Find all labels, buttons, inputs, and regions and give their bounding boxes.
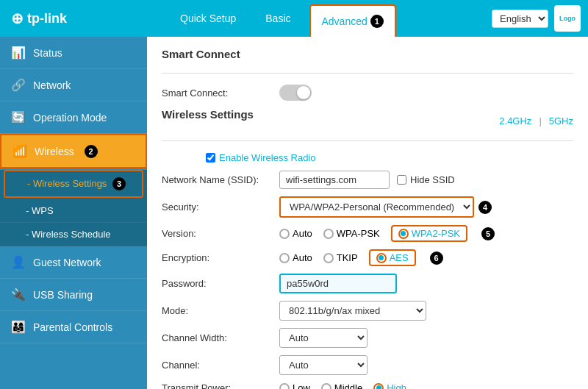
wireless-settings-header: Wireless Settings 2.4GHz | 5GHz (162, 108, 573, 133)
encryption-label: Encryption: (162, 252, 279, 263)
usb-sharing-icon: 🔌 (11, 288, 26, 301)
password-input[interactable] (279, 274, 397, 293)
transmit-low[interactable]: Low (279, 382, 310, 389)
sidebar-label-wireless: Wireless (35, 146, 74, 157)
badge-5: 5 (481, 227, 495, 240)
logo-area: ⊕ tp-link (7, 0, 154, 37)
tab-quick-setup[interactable]: Quick Setup (169, 0, 247, 37)
divider-2 (162, 140, 573, 141)
sidebar-item-usb-sharing[interactable]: 🔌 USB Sharing (0, 279, 147, 311)
version-row: Version: Auto WPA-PSK (162, 225, 573, 242)
transmit-middle[interactable]: Middle (321, 382, 362, 389)
badge-4: 4 (478, 201, 492, 214)
channel-select[interactable]: Auto (279, 355, 368, 375)
encryption-aes-inner (379, 255, 384, 260)
smart-connect-label: Smart Connect: (162, 88, 279, 99)
channel-label: Channel: (162, 360, 279, 371)
hide-ssid-option: Hide SSID (397, 174, 455, 185)
encryption-radio-group: Auto TKIP AES 6 (279, 249, 443, 266)
channel-width-label: Channel Width: (162, 332, 279, 343)
wireless-settings-section: Wireless Settings 2.4GHz | 5GHz Enable W… (162, 108, 573, 389)
freq-separator: | (539, 115, 541, 126)
operation-mode-icon: 🔄 (11, 110, 26, 124)
sidebar-sub-item-wireless-schedule[interactable]: - Wireless Schedule (0, 223, 147, 246)
transmit-low-circle (279, 383, 290, 390)
badge-6: 6 (430, 251, 443, 265)
transmit-high-inner (376, 385, 381, 389)
smart-connect-title: Smart Connect (162, 48, 573, 64)
wireless-icon: 📶 (12, 144, 27, 158)
version-label: Version: (162, 228, 279, 239)
encryption-tkip[interactable]: TKIP (323, 252, 358, 263)
logo-button[interactable]: Logo (554, 5, 581, 32)
smart-connect-toggle[interactable] (279, 85, 312, 101)
header-right: English Logo (492, 5, 581, 32)
version-wpa2-psk-bordered: WPA2-PSK (391, 225, 467, 242)
sidebar-item-operation-mode[interactable]: 🔄 Operation Mode (0, 101, 147, 134)
language-select[interactable]: English (492, 10, 548, 28)
toggle-knob (297, 86, 310, 99)
mode-row: Mode: 802.11b/g/n/ax mixed (162, 301, 573, 321)
header: ⊕ tp-link Quick Setup Basic Advanced 1 E… (0, 0, 588, 37)
sidebar-label-status: Status (33, 47, 62, 59)
version-wpa2-psk[interactable]: WPA2-PSK (398, 228, 460, 239)
sidebar-label-network: Network (33, 79, 71, 91)
smart-connect-row: Smart Connect: (162, 85, 573, 101)
encryption-row: Encryption: Auto TKIP (162, 249, 573, 266)
enable-radio-checkbox[interactable] (206, 153, 215, 163)
version-auto-circle (279, 229, 290, 239)
version-radio-group: Auto WPA-PSK WPA2-PSK 5 (279, 225, 495, 242)
parental-controls-icon: 👨‍👩‍👧 (11, 320, 26, 334)
security-label: Security: (162, 201, 279, 213)
encryption-tkip-circle (323, 253, 334, 263)
sidebar-item-parental-controls[interactable]: 👨‍👩‍👧 Parental Controls (0, 311, 147, 343)
enable-radio-label: Enable Wireless Radio (219, 152, 316, 163)
version-wpa-psk[interactable]: WPA-PSK (323, 228, 380, 239)
sidebar-sub-wireless: - Wireless Settings 3 - WPS - Wireless S… (0, 170, 147, 246)
mode-select[interactable]: 802.11b/g/n/ax mixed (279, 301, 426, 321)
sidebar-item-network[interactable]: 🔗 Network (0, 69, 147, 101)
mode-label: Mode: (162, 305, 279, 316)
enable-radio-row: Enable Wireless Radio (162, 152, 573, 163)
password-label: Password: (162, 278, 279, 289)
wireless-settings-title: Wireless Settings (162, 108, 254, 124)
nav-tabs: Quick Setup Basic Advanced 1 (154, 0, 492, 37)
badge-3: 3 (112, 177, 126, 190)
encryption-aes[interactable]: AES (376, 252, 409, 263)
divider-1 (162, 73, 573, 74)
version-wpa2-psk-circle (398, 229, 409, 239)
transmit-power-label: Transmit Power: (162, 382, 279, 389)
network-name-input[interactable] (279, 171, 390, 189)
brand-logo: ⊕ tp-link (11, 10, 67, 27)
freq-2-4ghz[interactable]: 2.4GHz (499, 115, 531, 126)
guest-network-icon: 👤 (11, 255, 26, 269)
sidebar-label-usb-sharing: USB Sharing (33, 289, 93, 301)
freq-5ghz[interactable]: 5GHz (549, 115, 573, 126)
logo-arrow-icon: ⊕ (11, 10, 24, 27)
version-auto[interactable]: Auto (279, 228, 312, 239)
encryption-auto[interactable]: Auto (279, 252, 312, 263)
sidebar-item-guest-network[interactable]: 👤 Guest Network (0, 246, 147, 279)
tab-advanced[interactable]: Advanced 1 (309, 4, 396, 37)
encryption-auto-circle (279, 253, 290, 263)
hide-ssid-label: Hide SSID (410, 174, 455, 185)
sidebar-label-parental-controls: Parental Controls (33, 321, 112, 333)
sidebar-item-status[interactable]: 📊 Status (0, 37, 147, 69)
security-select[interactable]: WPA/WPA2-Personal (Recommended) (279, 196, 474, 218)
sidebar-label-guest-network: Guest Network (33, 257, 101, 268)
sidebar-sub-item-wireless-settings[interactable]: - Wireless Settings 3 (4, 170, 143, 198)
tab-basic[interactable]: Basic (254, 0, 301, 37)
channel-row: Channel: Auto (162, 355, 573, 375)
network-icon: 🔗 (11, 78, 26, 92)
transmit-high[interactable]: High (373, 382, 406, 389)
hide-ssid-checkbox[interactable] (397, 175, 406, 185)
smart-connect-section: Smart Connect Smart Connect: (162, 48, 573, 101)
channel-width-select[interactable]: Auto (279, 328, 368, 348)
sidebar-sub-item-wps[interactable]: - WPS (0, 199, 147, 223)
encryption-aes-bordered: AES (369, 249, 416, 266)
sidebar-item-wireless[interactable]: 📶 Wireless 2 (0, 134, 147, 168)
status-icon: 📊 (11, 46, 26, 60)
sidebar-label-operation-mode: Operation Mode (33, 112, 107, 124)
network-name-label: Network Name (SSID): (162, 174, 279, 185)
security-row: Security: WPA/WPA2-Personal (Recommended… (162, 196, 573, 218)
